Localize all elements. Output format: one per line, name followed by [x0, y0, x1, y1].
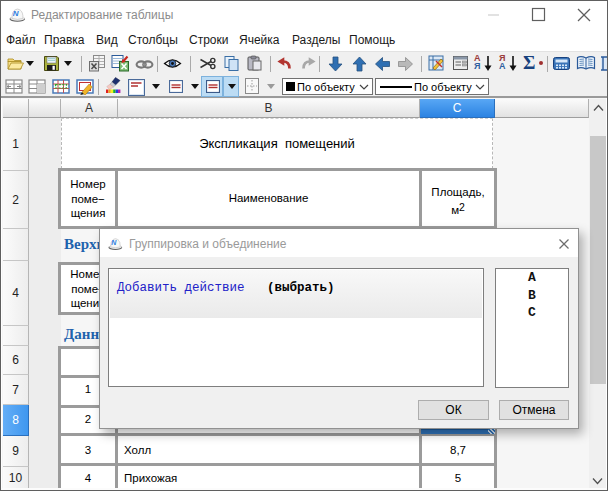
- svg-text:N: N: [13, 9, 19, 18]
